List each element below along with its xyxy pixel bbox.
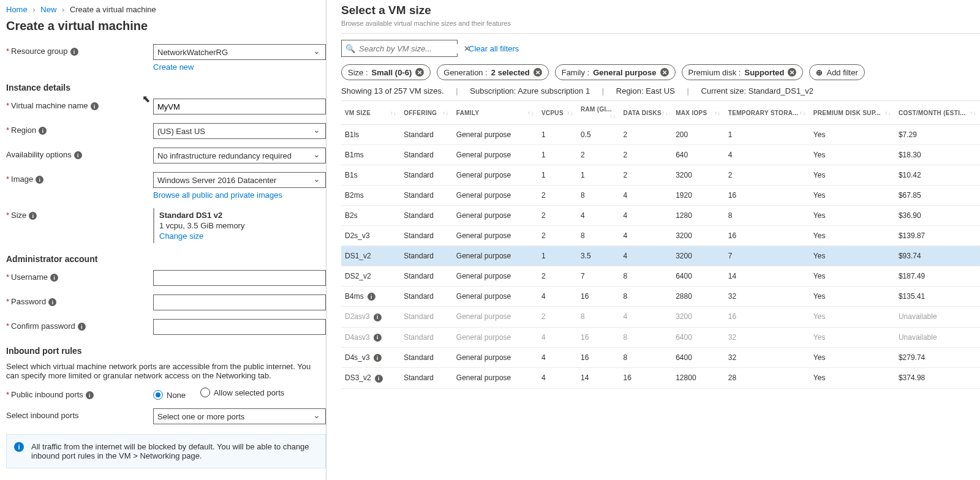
- table-cell: 3200: [672, 226, 725, 246]
- column-header[interactable]: TEMPORARY STORA...↑↓: [725, 101, 810, 125]
- clear-filters-link[interactable]: Clear all filters: [469, 44, 519, 53]
- select-ports-select[interactable]: Select one or more ports: [153, 408, 326, 424]
- table-cell: 16: [577, 347, 620, 367]
- table-cell: Standard: [400, 226, 453, 246]
- size-summary: Standard DS1 v2 1 vcpu, 3.5 GiB memory C…: [153, 208, 326, 243]
- table-cell: General purpose: [453, 246, 538, 266]
- remove-filter-icon[interactable]: ✕: [788, 68, 796, 77]
- table-cell: 14: [725, 266, 810, 287]
- vm-name-input[interactable]: [153, 99, 326, 114]
- divider: [341, 33, 980, 34]
- table-cell: $10.42: [895, 165, 980, 186]
- column-header[interactable]: RAM (GI...↑↓: [577, 101, 620, 125]
- column-header[interactable]: OFFERING↑↓: [400, 101, 453, 125]
- remove-filter-icon[interactable]: ✕: [660, 68, 669, 77]
- table-row[interactable]: DS3_v2iStandardGeneral purpose4141612800…: [341, 368, 980, 388]
- table-row[interactable]: DS1_v2StandardGeneral purpose13.5432007Y…: [341, 246, 980, 266]
- info-icon[interactable]: i: [39, 127, 47, 135]
- table-cell: 3200: [672, 246, 725, 266]
- table-cell: 4: [538, 368, 577, 388]
- table-cell: 4: [620, 307, 673, 327]
- info-icon[interactable]: i: [374, 313, 382, 321]
- table-row[interactable]: B1msStandardGeneral purpose1226404Yes$18…: [341, 145, 980, 165]
- table-row[interactable]: D2asv3iStandardGeneral purpose284320016Y…: [341, 307, 980, 327]
- password-input[interactable]: [153, 294, 326, 310]
- table-cell: 8: [577, 186, 620, 206]
- info-icon[interactable]: i: [375, 375, 383, 383]
- column-header[interactable]: PREMIUM DISK SUP...↑↓: [810, 101, 895, 125]
- info-icon[interactable]: i: [50, 274, 58, 282]
- info-icon[interactable]: i: [374, 334, 382, 342]
- info-icon[interactable]: i: [48, 298, 56, 306]
- table-cell: Yes: [810, 347, 895, 367]
- table-row[interactable]: B4msiStandardGeneral purpose4168288032Ye…: [341, 287, 980, 307]
- sort-icon: ↑↓: [799, 110, 806, 116]
- breadcrumb-home[interactable]: Home: [6, 5, 28, 14]
- radio-allow[interactable]: Allow selected ports: [200, 388, 285, 397]
- table-row[interactable]: D2s_v3StandardGeneral purpose284320016Ye…: [341, 226, 980, 246]
- column-header[interactable]: MAX IOPS↑↓: [672, 101, 725, 125]
- table-row[interactable]: B2sStandardGeneral purpose24412808Yes$36…: [341, 206, 980, 226]
- image-select[interactable]: Windows Server 2016 Datacenter: [153, 172, 326, 188]
- column-header[interactable]: VCPUS↑↓: [538, 101, 577, 125]
- column-header[interactable]: FAMILY↑↓: [453, 101, 538, 125]
- filter-pill[interactable]: Family : General purpose✕: [555, 64, 676, 80]
- table-cell: $67.85: [895, 186, 980, 206]
- table-cell: Yes: [810, 125, 895, 145]
- table-row[interactable]: B1lsStandardGeneral purpose10.522001Yes$…: [341, 125, 980, 145]
- status-region: Region: East US: [616, 86, 675, 96]
- availability-select[interactable]: No infrastructure redundancy required: [153, 148, 326, 163]
- table-row[interactable]: D4s_v3iStandardGeneral purpose4168640032…: [341, 347, 980, 367]
- table-cell: 640: [672, 145, 725, 165]
- region-select[interactable]: (US) East US: [153, 123, 326, 139]
- table-row[interactable]: B1sStandardGeneral purpose11232002Yes$10…: [341, 165, 980, 186]
- search-box[interactable]: 🔍 ✕: [341, 40, 458, 57]
- info-icon[interactable]: i: [91, 102, 99, 110]
- table-row[interactable]: D4asv3iStandardGeneral purpose4168640032…: [341, 327, 980, 347]
- table-cell: 6400: [672, 327, 725, 347]
- info-icon[interactable]: i: [86, 391, 94, 399]
- info-icon[interactable]: i: [36, 176, 43, 184]
- username-input[interactable]: [153, 270, 326, 286]
- confirm-password-input[interactable]: [153, 319, 326, 335]
- sort-icon: ↑↓: [970, 110, 976, 116]
- table-row[interactable]: B2msStandardGeneral purpose284192016Yes$…: [341, 186, 980, 206]
- table-cell: Yes: [810, 307, 895, 327]
- public-ports-label: Public inbound ports: [11, 390, 83, 399]
- filter-pill[interactable]: Size : Small (0-6)✕: [341, 64, 431, 80]
- info-icon[interactable]: i: [374, 354, 382, 362]
- table-cell: Yes: [810, 206, 895, 226]
- info-callout: i All traffic from the internet will be …: [6, 434, 326, 468]
- breadcrumb-new[interactable]: New: [40, 5, 56, 14]
- table-cell: 4: [620, 226, 673, 246]
- table-cell: $93.74: [895, 246, 980, 266]
- table-cell: Unavailable: [895, 327, 980, 347]
- table-cell: 6400: [672, 266, 725, 287]
- add-filter-button[interactable]: ⊕Add filter: [809, 64, 864, 80]
- resource-group-select[interactable]: NetworkWatcherRG: [153, 44, 326, 60]
- table-cell: Standard: [400, 307, 453, 327]
- info-icon[interactable]: i: [74, 151, 82, 159]
- change-size-link[interactable]: Change size: [159, 231, 203, 241]
- table-row[interactable]: DS2_v2StandardGeneral purpose278640014Ye…: [341, 266, 980, 287]
- page-title: Create a virtual machine: [6, 19, 326, 33]
- search-input[interactable]: [359, 44, 462, 53]
- create-new-link[interactable]: Create new: [153, 62, 194, 72]
- table-cell: DS2_v2: [341, 266, 400, 287]
- table-cell: 2: [538, 186, 577, 206]
- column-header[interactable]: DATA DISKS↑↓: [620, 101, 673, 125]
- table-cell: 7: [577, 266, 620, 287]
- info-icon[interactable]: i: [70, 48, 78, 56]
- radio-none[interactable]: None: [153, 390, 186, 400]
- column-header[interactable]: VM SIZE↑↓: [341, 101, 400, 125]
- browse-images-link[interactable]: Browse all public and private images: [153, 190, 282, 200]
- column-header[interactable]: COST/MONTH (ESTI...↑↓: [895, 101, 980, 125]
- info-icon[interactable]: i: [78, 323, 86, 331]
- filter-pill[interactable]: Premium disk : Supported✕: [682, 64, 804, 80]
- size-label: Size: [11, 211, 26, 220]
- info-icon[interactable]: i: [368, 293, 375, 301]
- remove-filter-icon[interactable]: ✕: [415, 68, 424, 77]
- info-icon[interactable]: i: [29, 212, 37, 220]
- remove-filter-icon[interactable]: ✕: [533, 68, 542, 77]
- filter-pill[interactable]: Generation : 2 selected✕: [437, 64, 548, 80]
